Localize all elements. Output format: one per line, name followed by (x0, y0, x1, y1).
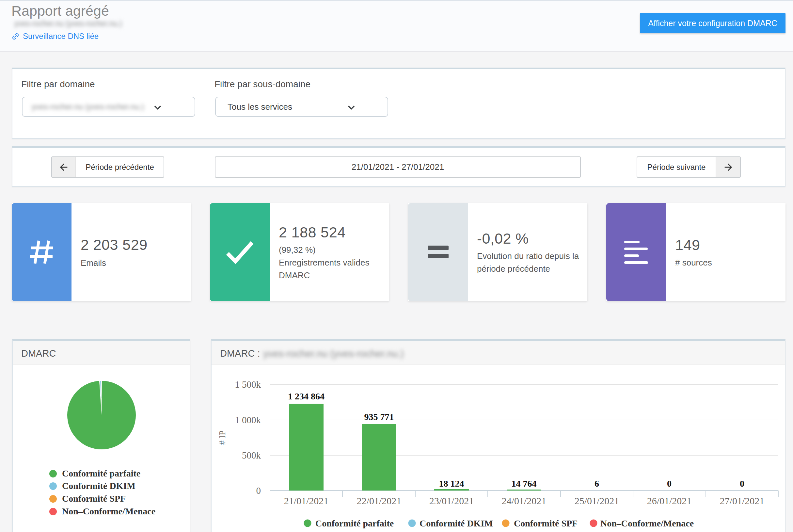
svg-text:6: 6 (595, 478, 599, 489)
svg-text:Non–Conforme/Menace: Non–Conforme/Menace (600, 518, 694, 528)
svg-text:0: 0 (740, 478, 744, 489)
svg-text:14 764: 14 764 (511, 478, 537, 489)
svg-text:0: 0 (256, 485, 261, 496)
svg-text:24/01/2021: 24/01/2021 (502, 495, 546, 506)
svg-text:0: 0 (667, 478, 672, 489)
svg-text:935 771: 935 771 (364, 412, 394, 422)
svg-text:25/01/2021: 25/01/2021 (575, 495, 619, 506)
svg-text:18 124: 18 124 (439, 478, 464, 489)
svg-text:22/01/2021: 22/01/2021 (357, 495, 402, 506)
svg-text:# IP: # IP (217, 431, 227, 445)
svg-text:Conformité SPF: Conformité SPF (514, 518, 578, 528)
svg-text:1 234 864: 1 234 864 (288, 391, 325, 401)
svg-text:21/01/2021: 21/01/2021 (284, 495, 329, 506)
svg-text:27/01/2021: 27/01/2021 (720, 495, 765, 506)
svg-text:26/01/2021: 26/01/2021 (647, 495, 692, 506)
svg-text:500k: 500k (242, 450, 261, 460)
svg-text:1 000k: 1 000k (235, 415, 261, 425)
svg-text:Conformité parfaite: Conformité parfaite (315, 518, 394, 528)
svg-text:Conformité DKIM: Conformité DKIM (420, 518, 493, 528)
svg-text:23/01/2021: 23/01/2021 (429, 495, 474, 506)
svg-text:1 500k: 1 500k (235, 379, 261, 390)
